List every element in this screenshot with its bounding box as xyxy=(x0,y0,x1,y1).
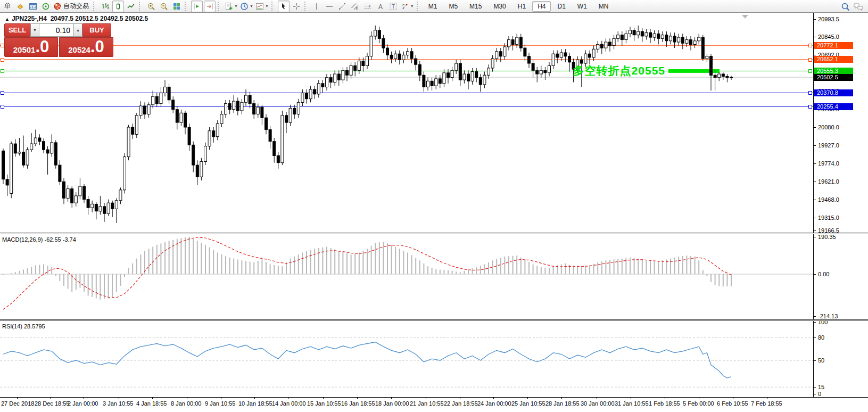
toolbar-group-grip[interactable] xyxy=(417,2,421,11)
dropdown-caret-icon: ▼ xyxy=(410,4,414,8)
tf-m30[interactable]: M30 xyxy=(488,1,511,12)
price-tick xyxy=(813,145,816,146)
zoom-out-icon[interactable] xyxy=(158,1,170,12)
volume-input[interactable]: 0.10 xyxy=(39,23,73,37)
toolbar-group-grip[interactable] xyxy=(218,2,222,11)
market-watch-icon[interactable] xyxy=(14,1,26,12)
templates-button[interactable]: ▼ xyxy=(255,1,269,12)
chart-window: 20993.520845.020692.020539.020386.020233… xyxy=(0,13,868,412)
new-chart-icon[interactable] xyxy=(27,1,39,12)
text-button[interactable]: A xyxy=(375,1,386,12)
new-order-button[interactable]: 单 xyxy=(2,1,13,12)
channel-button[interactable]: E xyxy=(349,1,361,12)
price-tick xyxy=(813,127,816,128)
line-handle-20652.1[interactable] xyxy=(1,58,4,62)
rsi-panel-canvas[interactable] xyxy=(0,321,813,397)
time-tick xyxy=(221,397,221,399)
toolbar-group-grip[interactable] xyxy=(271,2,276,11)
autotrading-button[interactable]: 自动交易 xyxy=(53,1,91,12)
line-chart-icon[interactable] xyxy=(125,1,137,12)
label-button[interactable]: T xyxy=(387,1,399,12)
time-axis-label: 24 Jan 00:00 xyxy=(477,400,511,407)
line-handle-20555.3[interactable] xyxy=(808,69,812,73)
macd-tick xyxy=(813,237,816,237)
line-handle-20772.1[interactable] xyxy=(1,44,4,47)
line-handle-20370.8[interactable] xyxy=(1,91,4,95)
panel-splitter[interactable] xyxy=(0,319,868,321)
main-chart-canvas[interactable] xyxy=(0,13,813,233)
tf-m5[interactable]: M5 xyxy=(443,1,463,12)
bar-chart-icon[interactable] xyxy=(100,1,111,12)
time-axis-label: 9 Jan 10:55 xyxy=(205,400,236,407)
main-toolbar: 单自动交易▼▼▼EFAT▼M1M5M15M30H1H4D1W1MN xyxy=(0,0,868,13)
macd-panel-canvas[interactable] xyxy=(0,234,813,319)
time-tick xyxy=(187,397,187,399)
auto-scroll-icon[interactable] xyxy=(204,1,216,12)
toolbar-group-grip[interactable] xyxy=(93,2,97,11)
annotation-text[interactable]: 多空转折点20555 xyxy=(553,63,665,78)
chart-shift-icon[interactable] xyxy=(191,1,203,12)
sell-button[interactable]: SELL xyxy=(4,23,30,37)
time-tick xyxy=(426,397,426,399)
volume-decrease-button[interactable]: ▼ xyxy=(30,23,39,37)
chat-icon[interactable] xyxy=(853,1,864,13)
price-axis-tick: 19927.0 xyxy=(818,142,839,149)
tf-h4[interactable]: H4 xyxy=(532,1,551,12)
horizontal-line-button[interactable] xyxy=(324,1,335,12)
zoom-in-icon[interactable] xyxy=(145,1,157,12)
price-badge-20502.5: 20502.5 xyxy=(814,74,853,81)
periods-button[interactable]: ▼ xyxy=(239,1,254,12)
svg-text:T: T xyxy=(392,4,395,10)
price-tick xyxy=(813,37,816,37)
rsi-label: RSI(14) 28.5795 xyxy=(2,323,45,329)
tile-windows-icon[interactable] xyxy=(171,1,183,12)
fibonacci-button[interactable]: F xyxy=(362,1,374,12)
rsi-tick xyxy=(813,360,816,361)
line-handle-20255.4[interactable] xyxy=(808,105,812,109)
signals-icon[interactable] xyxy=(40,1,52,12)
time-axis-label: 2 Jan 00:00 xyxy=(68,400,98,407)
panel-splitter[interactable] xyxy=(0,233,868,234)
time-axis-label: 14 Jan 00:00 xyxy=(272,400,306,407)
tf-m15[interactable]: M15 xyxy=(464,1,487,12)
trendline-button[interactable] xyxy=(336,1,348,12)
indicators-button[interactable]: ▼ xyxy=(224,1,238,12)
buy-price-button[interactable]: 20524 .0 xyxy=(59,37,113,57)
chart-shift-marker[interactable] xyxy=(742,15,748,19)
toolbar-group-grip[interactable] xyxy=(185,2,189,11)
toolbar-group-grip[interactable] xyxy=(304,2,309,11)
tf-d1[interactable]: D1 xyxy=(552,1,571,12)
sell-price-button[interactable]: 20501 .0 xyxy=(4,37,58,57)
buy-price-fraction: .0 xyxy=(90,38,104,56)
candlestick-chart-icon[interactable] xyxy=(112,1,124,12)
svg-text:E: E xyxy=(356,6,359,10)
tf-m1[interactable]: M1 xyxy=(423,1,443,12)
line-handle-20555.3[interactable] xyxy=(1,69,4,73)
arrows-button[interactable]: ▼ xyxy=(400,1,415,12)
macd-axis-label: 190.35 xyxy=(818,234,836,240)
cursor-button[interactable] xyxy=(278,1,290,12)
vertical-line-button[interactable] xyxy=(311,1,323,12)
time-axis-label: 1 Feb 18:55 xyxy=(649,400,680,407)
ohlc-values: 20497.5 20512.5 20492.5 20502.5 xyxy=(51,15,148,22)
collapse-icon[interactable]: ▲ xyxy=(5,17,10,22)
buy-button[interactable]: BUY xyxy=(82,23,111,37)
volume-increase-button[interactable]: ▲ xyxy=(73,23,82,37)
time-axis-label: 6 Feb 10:55 xyxy=(717,400,748,407)
one-click-trading-panel: SELL ▼ 0.10 ▲ BUY 20501 .0 20524 .0 xyxy=(4,23,113,57)
line-handle-20370.8[interactable] xyxy=(808,91,812,95)
macd-tick xyxy=(813,274,816,275)
chart-title: ▲JPN225-,H4 20497.5 20512.5 20492.5 2050… xyxy=(5,15,148,22)
line-handle-20255.4[interactable] xyxy=(1,105,4,109)
search-icon[interactable] xyxy=(840,1,852,13)
price-tick xyxy=(813,218,816,218)
tf-mn[interactable]: MN xyxy=(593,1,614,12)
crosshair-button[interactable] xyxy=(291,1,302,12)
line-handle-20772.1[interactable] xyxy=(808,44,812,47)
line-handle-20652.1[interactable] xyxy=(808,58,812,62)
tf-h1[interactable]: H1 xyxy=(512,1,531,12)
tf-w1[interactable]: W1 xyxy=(572,1,592,12)
price-tick xyxy=(813,163,816,164)
toolbar-group-grip[interactable] xyxy=(139,2,143,11)
time-axis-label: 21 Jan 10:55 xyxy=(410,400,444,407)
